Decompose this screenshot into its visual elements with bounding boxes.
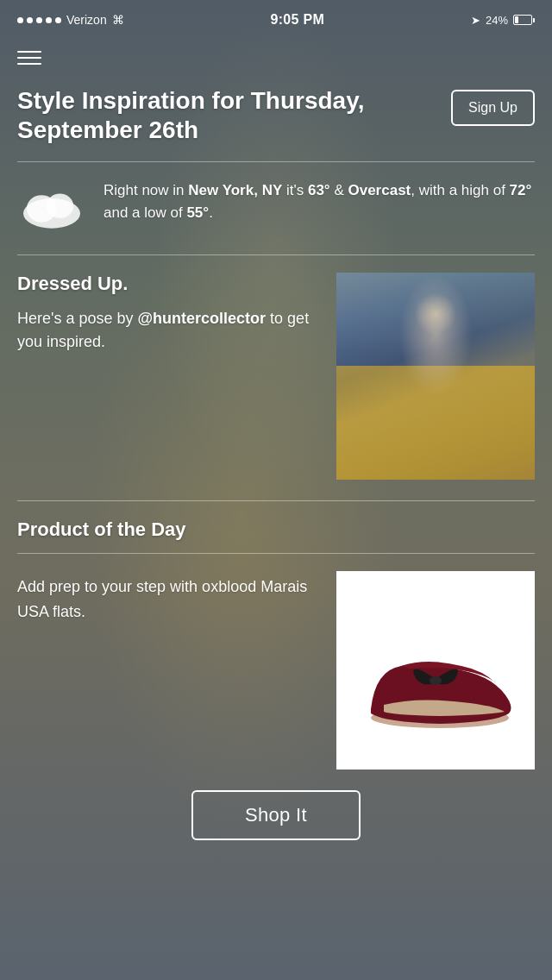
weather-description: Right now in New York, NY it's 63° & Ove… bbox=[104, 179, 535, 223]
main-content: Style Inspiration for Thursday, Septembe… bbox=[0, 78, 552, 858]
shop-it-button[interactable]: Shop It bbox=[191, 790, 361, 840]
signal-strength bbox=[17, 17, 61, 23]
product-image bbox=[336, 571, 535, 770]
dressed-up-description: Here's a pose by @huntercollector to get… bbox=[17, 307, 319, 354]
product-section: Product of the Day Add prep to your step… bbox=[17, 518, 535, 858]
product-row: Add prep to your step with oxblood Marai… bbox=[17, 571, 535, 770]
status-right: ➤ 24% bbox=[471, 14, 535, 27]
dressed-up-title: Dressed Up. bbox=[17, 273, 319, 295]
weather-temp: 63° bbox=[308, 182, 330, 198]
weather-section: Right now in New York, NY it's 63° & Ove… bbox=[17, 179, 535, 234]
hamburger-line-2 bbox=[17, 57, 41, 59]
dressed-up-section: Dressed Up. Here's a pose by @huntercoll… bbox=[17, 273, 535, 480]
instagram-handle: @huntercollector bbox=[138, 310, 267, 327]
divider-2 bbox=[17, 254, 535, 255]
clock: 9:05 PM bbox=[271, 12, 325, 28]
header-section: Style Inspiration for Thursday, Septembe… bbox=[17, 78, 535, 161]
signup-button[interactable]: Sign Up bbox=[451, 90, 535, 126]
dressed-up-text: Dressed Up. Here's a pose by @huntercoll… bbox=[17, 273, 319, 480]
menu-button[interactable] bbox=[0, 38, 552, 78]
product-title: Product of the Day bbox=[17, 518, 535, 541]
weather-condition: Overcast bbox=[348, 182, 411, 198]
battery-icon bbox=[513, 15, 535, 25]
divider-3 bbox=[17, 500, 535, 501]
fashion-photo-bg bbox=[336, 273, 535, 480]
divider-1 bbox=[17, 161, 535, 162]
hamburger-line-1 bbox=[17, 51, 41, 53]
status-bar: Verizon ⌘ 9:05 PM ➤ 24% bbox=[0, 0, 552, 38]
status-left: Verizon ⌘ bbox=[17, 13, 124, 27]
page-title: Style Inspiration for Thursday, Septembe… bbox=[17, 86, 434, 144]
svg-point-4 bbox=[430, 676, 442, 685]
carrier-label: Verizon bbox=[66, 13, 107, 27]
cloud-icon bbox=[17, 183, 86, 234]
location-icon: ➤ bbox=[471, 14, 480, 27]
battery-percent: 24% bbox=[486, 14, 508, 27]
weather-city: New York, NY bbox=[188, 182, 282, 198]
shoe-svg bbox=[349, 601, 522, 739]
shop-it-row: Shop It bbox=[17, 790, 535, 840]
photo-person bbox=[336, 273, 535, 480]
hamburger-line-3 bbox=[17, 63, 41, 65]
product-description: Add prep to your step with oxblood Marai… bbox=[17, 571, 319, 625]
svg-point-2 bbox=[47, 194, 73, 218]
weather-high: 72° bbox=[510, 182, 532, 198]
fashion-photo bbox=[336, 273, 535, 480]
divider-4 bbox=[17, 553, 535, 554]
weather-low: 55° bbox=[186, 204, 209, 221]
wifi-icon: ⌘ bbox=[112, 13, 124, 27]
